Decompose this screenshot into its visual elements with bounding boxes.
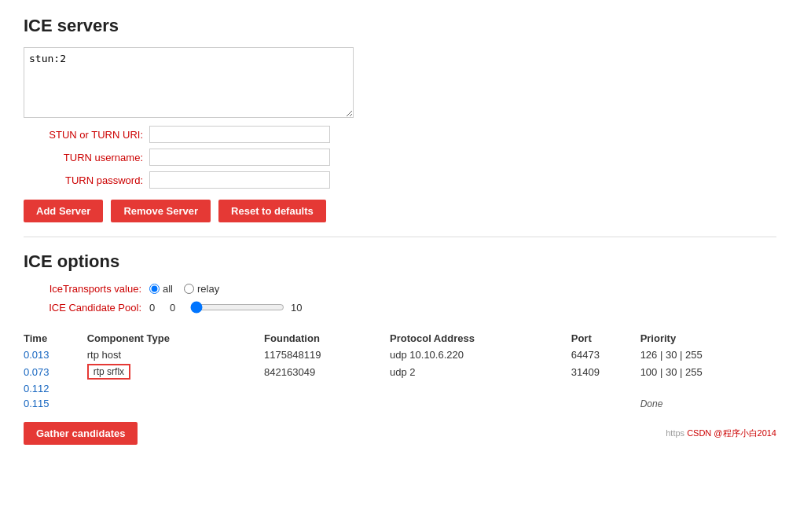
cell-priority: [640, 381, 776, 396]
turn-username-input[interactable]: [149, 149, 330, 166]
col-component: Component Type: [87, 329, 264, 347]
col-time: Time: [24, 329, 87, 347]
turn-username-row: TURN username:: [24, 149, 776, 166]
transports-radio-group: all relay: [149, 283, 219, 295]
ice-options-section: ICE options IceTransports value: all rel…: [24, 251, 776, 314]
section-divider: [24, 237, 776, 237]
pool-slider[interactable]: [190, 301, 284, 314]
cell-protocol: [390, 381, 571, 396]
bottom-row: Gather candidates https CSDN @程序小白2014: [24, 422, 776, 445]
cell-component: [87, 381, 264, 396]
ice-servers-textarea[interactable]: stun:2: [24, 47, 354, 118]
col-protocol: Protocol Address: [390, 329, 571, 347]
table-header-row: Time Component Type Foundation Protocol …: [24, 329, 776, 347]
candidates-table: Time Component Type Foundation Protocol …: [24, 329, 776, 411]
cell-foundation: 842163049: [264, 362, 390, 381]
pool-max: 10: [291, 302, 305, 314]
remove-server-button[interactable]: Remove Server: [111, 200, 211, 222]
reset-defaults-button[interactable]: Reset to defaults: [218, 200, 326, 222]
turn-username-label: TURN username:: [24, 152, 149, 163]
stun-turn-uri-input[interactable]: [149, 126, 330, 143]
cell-priority: 126 | 30 | 255: [640, 347, 776, 362]
table-row: 0.112: [24, 381, 776, 396]
cell-component: [87, 396, 264, 411]
table-row: 0.115Done: [24, 396, 776, 411]
ice-servers-section: ICE servers stun:2 STUN or TURN URI: TUR…: [24, 16, 776, 222]
pool-value1: 0: [149, 302, 163, 314]
turn-password-label: TURN password:: [24, 174, 149, 186]
watermark-text: https CSDN @程序小白2014: [666, 427, 776, 439]
col-priority: Priority: [640, 329, 776, 347]
radio-relay-label[interactable]: relay: [184, 283, 219, 295]
transports-row: IceTransports value: all relay: [24, 283, 776, 295]
radio-all-input[interactable]: [149, 284, 160, 294]
cell-time: 0.112: [24, 381, 87, 396]
table-row: 0.013rtp host1175848119udp 10.10.6.22064…: [24, 347, 776, 362]
cell-time: 0.013: [24, 347, 87, 362]
stun-turn-uri-label: STUN or TURN URI:: [24, 129, 149, 141]
pool-label: ICE Candidate Pool:: [24, 302, 149, 314]
ice-options-title: ICE options: [24, 251, 776, 272]
radio-all-label[interactable]: all: [149, 283, 173, 295]
table-row: 0.073rtp srflx842163049udp 231409100 | 3…: [24, 362, 776, 381]
cell-port: 31409: [571, 362, 640, 381]
gather-candidates-button[interactable]: Gather candidates: [24, 422, 138, 445]
stun-turn-uri-row: STUN or TURN URI:: [24, 126, 776, 143]
cell-protocol: udp 10.10.6.220: [390, 347, 571, 362]
pool-controls: 0 0 10: [149, 301, 305, 314]
cell-priority: Done: [640, 396, 776, 411]
cell-time: 0.115: [24, 396, 87, 411]
cell-foundation: [264, 396, 390, 411]
server-buttons-row: Add Server Remove Server Reset to defaul…: [24, 200, 776, 222]
col-foundation: Foundation: [264, 329, 390, 347]
radio-all-text: all: [163, 283, 173, 295]
ice-servers-title: ICE servers: [24, 16, 776, 36]
transports-label: IceTransports value:: [24, 283, 149, 295]
cell-port: [571, 381, 640, 396]
cell-protocol: udp 2: [390, 362, 571, 381]
cell-component: rtp srflx: [87, 362, 264, 381]
cell-priority: 100 | 30 | 255: [640, 362, 776, 381]
pool-value2: 0: [170, 302, 184, 314]
turn-password-input[interactable]: [149, 171, 330, 189]
turn-password-row: TURN password:: [24, 171, 776, 189]
cell-foundation: [264, 381, 390, 396]
cell-foundation: 1175848119: [264, 347, 390, 362]
add-server-button[interactable]: Add Server: [24, 200, 103, 222]
col-port: Port: [571, 329, 640, 347]
pool-row: ICE Candidate Pool: 0 0 10: [24, 301, 776, 314]
cell-port: [571, 396, 640, 411]
cell-protocol: [390, 396, 571, 411]
radio-relay-text: relay: [197, 283, 219, 295]
radio-relay-input[interactable]: [184, 284, 194, 294]
cell-port: 64473: [571, 347, 640, 362]
cell-component: rtp host: [87, 347, 264, 362]
cell-time: 0.073: [24, 362, 87, 381]
